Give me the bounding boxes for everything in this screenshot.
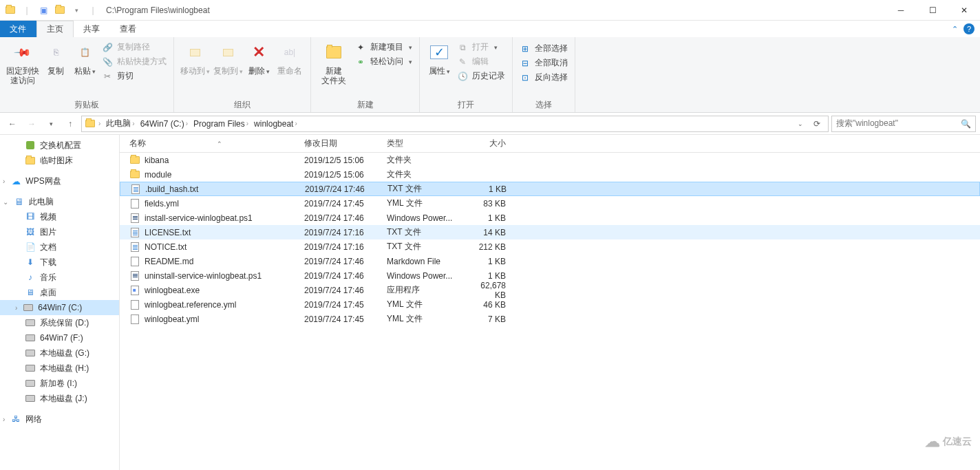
minimize-button[interactable]: ─	[885, 0, 917, 21]
file-row[interactable]: README.md 2019/7/24 17:46 Markdown File …	[120, 254, 980, 268]
file-row[interactable]: module 2019/12/5 15:06 文件夹	[120, 167, 980, 182]
search-input[interactable]: 搜索"winlogbeat" 🔍	[831, 116, 976, 132]
tree-item[interactable]: ⌄🖥此电脑	[0, 194, 119, 209]
tree-item[interactable]: 本地磁盘 (H:)	[0, 361, 119, 376]
new-folder-icon[interactable]	[52, 3, 67, 18]
close-button[interactable]: ✕	[948, 0, 980, 21]
col-name[interactable]: 名称 ⌃	[120, 135, 299, 152]
breadcrumb-item[interactable]: Program Files›	[191, 116, 251, 131]
nav-tree[interactable]: 交换机配置临时图床›☁WPS网盘⌄🖥此电脑🎞视频🖼图片📄文档⬇下载♪音乐🖥桌面›…	[0, 135, 120, 470]
tab-home[interactable]: 主页	[36, 21, 74, 37]
easy-access-button[interactable]: ⚭轻松访问▾	[355, 56, 412, 67]
col-size[interactable]: 大小	[464, 135, 512, 152]
address-row: ← → ▾ ↑ › 此电脑›64Win7 (C:)›Program Files›…	[0, 113, 980, 135]
tree-item[interactable]: ›64Win7 (C:)	[0, 300, 119, 315]
file-row[interactable]: winlogbeat.yml 2019/7/24 17:45 YML 文件 7 …	[120, 312, 980, 326]
breadcrumb-item[interactable]: 64Win7 (C:)›	[138, 116, 191, 131]
select-none-button[interactable]: ⊟全部取消	[520, 57, 568, 69]
tree-item[interactable]: 📄文档	[0, 239, 119, 255]
tab-file[interactable]: 文件	[0, 21, 36, 37]
file-row[interactable]: LICENSE.txt 2019/7/24 17:16 TXT 文件 14 KB	[120, 225, 980, 239]
tree-item[interactable]: 系统保留 (D:)	[0, 315, 119, 330]
group-label-organize: 组织	[178, 98, 306, 111]
tree-item[interactable]: ›🖧网络	[0, 412, 119, 427]
help-icon[interactable]: ?	[963, 23, 974, 34]
column-headers: 名称 ⌃ 修改日期 类型 大小	[120, 135, 980, 153]
tree-item[interactable]: ♪音乐	[0, 270, 119, 285]
file-list: 名称 ⌃ 修改日期 类型 大小 kibana 2019/12/5 15:06 文…	[120, 135, 980, 470]
up-button[interactable]: ↑	[62, 116, 78, 132]
pin-to-quick-access-button[interactable]: 📌 固定到快 速访问	[4, 40, 41, 85]
group-label-select: 选择	[517, 98, 571, 111]
copy-to-button[interactable]: 复制到▾	[211, 40, 244, 76]
collapse-ribbon-icon[interactable]: ⌃	[952, 25, 958, 34]
file-icon	[129, 299, 140, 310]
file-icon	[129, 227, 140, 238]
file-row[interactable]: .build_hash.txt 2019/7/24 17:46 TXT 文件 1…	[120, 182, 980, 196]
address-bar[interactable]: › 此电脑›64Win7 (C:)›Program Files›winlogbe…	[81, 116, 829, 132]
copy-path-button[interactable]: 🔗复制路径	[102, 41, 167, 53]
file-icon	[129, 314, 140, 325]
qat-divider: |	[85, 3, 100, 18]
group-label-open: 打开	[424, 98, 508, 111]
tree-item[interactable]: 🖼图片	[0, 224, 119, 239]
qat-dropdown-icon[interactable]: ▾	[69, 3, 84, 18]
breadcrumb-item[interactable]: winlogbeat›	[251, 116, 300, 131]
tree-item[interactable]: ›☁WPS网盘	[0, 173, 119, 189]
new-item-button[interactable]: ✦新建项目▾	[355, 41, 412, 53]
file-row[interactable]: uninstall-service-winlogbeat.ps1 2019/7/…	[120, 268, 980, 283]
app-icon	[3, 3, 18, 18]
history-button[interactable]: 🕓历史记录	[457, 70, 505, 82]
recent-dropdown[interactable]: ▾	[43, 116, 59, 132]
tree-item[interactable]: 本地磁盘 (J:)	[0, 391, 119, 406]
copy-button[interactable]: ⎘ 复制	[41, 40, 70, 76]
move-to-button[interactable]: 移动到▾	[178, 40, 211, 76]
file-row[interactable]: kibana 2019/12/5 15:06 文件夹	[120, 153, 980, 167]
maximize-button[interactable]: ☐	[917, 0, 948, 21]
group-label-new: 新建	[315, 98, 415, 111]
tree-item[interactable]: 🎞视频	[0, 209, 119, 224]
delete-button[interactable]: ✕ 删除▾	[244, 40, 273, 76]
properties-button[interactable]: ✓ 属性▾	[424, 40, 454, 76]
tree-item[interactable]: 临时图床	[0, 153, 119, 168]
file-row[interactable]: install-service-winlogbeat.ps1 2019/7/24…	[120, 211, 980, 225]
open-button[interactable]: ⧉打开▾	[457, 41, 505, 53]
file-icon	[129, 198, 140, 209]
invert-selection-button[interactable]: ⊡反向选择	[520, 72, 568, 83]
properties-icon[interactable]: ▣	[36, 3, 51, 18]
tree-item[interactable]: 交换机配置	[0, 138, 119, 153]
folder-icon	[85, 118, 96, 129]
new-folder-button[interactable]: 新建 文件夹	[315, 40, 352, 85]
tree-item[interactable]: 本地磁盘 (G:)	[0, 345, 119, 361]
tree-item[interactable]: 64Win7 (F:)	[0, 330, 119, 345]
tab-view[interactable]: 查看	[110, 21, 147, 37]
sort-indicator-icon: ⌃	[217, 140, 222, 147]
tree-item[interactable]: 🖥桌面	[0, 285, 119, 300]
file-row[interactable]: fields.yml 2019/7/24 17:45 YML 文件 83 KB	[120, 196, 980, 211]
file-icon	[129, 155, 140, 166]
refresh-icon[interactable]: ⟳	[809, 116, 825, 132]
paste-button[interactable]: 📋 粘贴▾	[70, 40, 99, 76]
breadcrumb-item[interactable]: 此电脑›	[103, 116, 137, 131]
addr-dropdown-icon[interactable]: ⌄	[792, 116, 809, 132]
file-icon	[129, 270, 140, 281]
file-icon	[129, 169, 140, 180]
tab-share[interactable]: 共享	[74, 21, 110, 37]
ribbon: 📌 固定到快 速访问 ⎘ 复制 📋 粘贴▾ 🔗复制路径 📎粘贴快捷方式 ✂剪切 …	[0, 37, 980, 113]
select-all-button[interactable]: ⊞全部选择	[520, 43, 568, 54]
back-button[interactable]: ←	[4, 116, 21, 132]
col-date[interactable]: 修改日期	[299, 135, 381, 152]
forward-button[interactable]: →	[23, 116, 40, 132]
cut-button[interactable]: ✂剪切	[102, 70, 167, 82]
search-icon: 🔍	[960, 118, 971, 129]
window-title: C:\Program Files\winlogbeat	[103, 6, 210, 15]
paste-shortcut-button[interactable]: 📎粘贴快捷方式	[102, 56, 167, 67]
col-type[interactable]: 类型	[381, 135, 464, 152]
tree-item[interactable]: ⬇下载	[0, 255, 119, 270]
edit-button[interactable]: ✎编辑	[457, 56, 505, 67]
file-row[interactable]: winlogbeat.reference.yml 2019/7/24 17:45…	[120, 297, 980, 312]
file-row[interactable]: winlogbeat.exe 2019/7/24 17:46 应用程序 62,6…	[120, 283, 980, 297]
file-row[interactable]: NOTICE.txt 2019/7/24 17:16 TXT 文件 212 KB	[120, 239, 980, 254]
tree-item[interactable]: 新加卷 (I:)	[0, 376, 119, 391]
rename-button[interactable]: ab| 重命名	[273, 40, 306, 76]
